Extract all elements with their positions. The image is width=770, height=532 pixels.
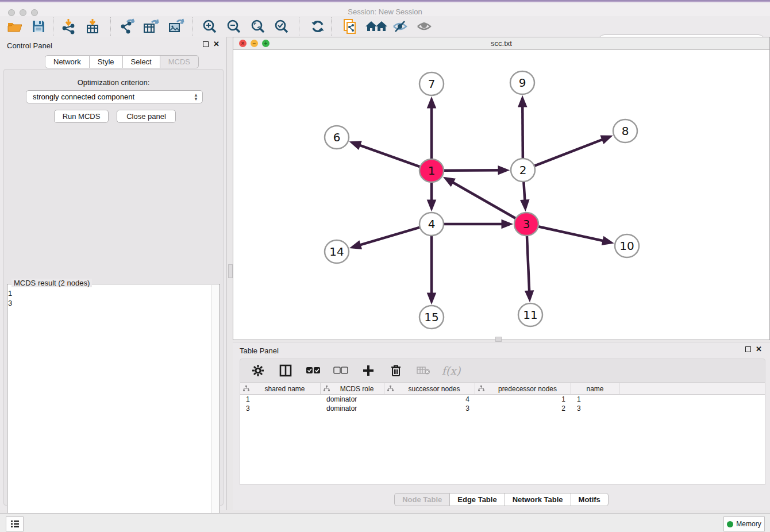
tab-edge-table[interactable]: Edge Table xyxy=(450,493,505,506)
column-view-icon[interactable] xyxy=(278,363,293,378)
table-cell[interactable]: dominator xyxy=(321,404,384,413)
home-icon[interactable] xyxy=(364,18,388,35)
hide-details-icon[interactable] xyxy=(391,18,410,35)
edge-1-2[interactable] xyxy=(444,170,506,171)
export-network-icon[interactable] xyxy=(117,18,137,35)
delete-icon[interactable] xyxy=(388,363,403,378)
svg-text:10: 10 xyxy=(619,239,634,253)
edge-3-1[interactable] xyxy=(446,179,515,218)
table-cell[interactable]: 1 xyxy=(475,395,571,403)
column-header-successor-nodes[interactable]: successor nodes xyxy=(384,383,475,394)
control-panel-controls: ✕ xyxy=(203,41,220,47)
svg-text:3: 3 xyxy=(523,217,530,231)
vertical-splitter-grip[interactable] xyxy=(228,264,233,278)
svg-text:8: 8 xyxy=(622,124,629,138)
svg-text:7: 7 xyxy=(428,77,436,91)
tab-mcds[interactable]: MCDS xyxy=(160,55,199,68)
table-cell[interactable]: 3 xyxy=(571,404,619,413)
edge-3-11[interactable] xyxy=(527,236,530,299)
network-canvas[interactable]: 7968124314101511 xyxy=(233,49,769,340)
delete-table-icon[interactable] xyxy=(416,363,431,378)
select-all-icon[interactable] xyxy=(306,363,321,378)
table-row[interactable]: 1dominator411 xyxy=(240,395,765,404)
criterion-select[interactable]: strongly connected component ▲▼ xyxy=(26,90,203,103)
open-session-icon[interactable] xyxy=(5,18,24,35)
criterion-value: strongly connected component xyxy=(26,92,191,101)
float-table-panel-icon[interactable] xyxy=(745,346,751,352)
edge-2-3[interactable] xyxy=(523,182,525,208)
table-row[interactable]: 3dominator323 xyxy=(240,404,765,413)
network-window-titlebar[interactable]: × − + scc.txt xyxy=(233,37,769,50)
result-scrollbar[interactable] xyxy=(211,285,219,532)
run-mcds-button[interactable]: Run MCDS xyxy=(54,110,109,123)
tab-motifs[interactable]: Motifs xyxy=(571,493,609,506)
column-header-MCDS-role[interactable]: MCDS role xyxy=(321,383,384,394)
edge-1-6[interactable] xyxy=(352,142,420,167)
column-header-predecessor-nodes[interactable]: predecessor nodes xyxy=(475,383,571,394)
table-panel: Table Panel ✕ xyxy=(233,342,770,510)
column-header-shared-name[interactable]: shared name xyxy=(240,383,321,394)
zoom-out-icon[interactable] xyxy=(224,18,244,35)
export-image-icon[interactable] xyxy=(167,18,186,35)
export-table-icon[interactable] xyxy=(141,18,161,35)
edge-2-8[interactable] xyxy=(534,137,610,166)
tab-network[interactable]: Network xyxy=(45,55,90,68)
graph-node-7[interactable]: 7 xyxy=(419,72,444,95)
table-toolbar: f(x) xyxy=(240,358,765,383)
graph-node-11[interactable]: 11 xyxy=(518,303,542,326)
horizontal-splitter-grip[interactable] xyxy=(495,337,502,342)
node-table[interactable]: shared nameMCDS rolesuccessor nodesprede… xyxy=(240,383,765,485)
table-body: 1dominator4113dominator323 xyxy=(240,395,765,413)
save-session-icon[interactable] xyxy=(29,18,48,35)
control-panel: Control Panel ✕ NetworkStyleSelectMCDS O… xyxy=(0,37,227,510)
graph-node-2[interactable]: 2 xyxy=(511,159,535,182)
task-history-button[interactable] xyxy=(6,516,24,531)
import-network-icon[interactable] xyxy=(59,18,78,35)
tab-style[interactable]: Style xyxy=(90,55,123,68)
edge-4-14[interactable] xyxy=(353,228,420,248)
graph-node-8[interactable]: 8 xyxy=(613,119,637,142)
import-table-icon[interactable] xyxy=(83,18,102,35)
refresh-icon[interactable] xyxy=(308,18,328,35)
tab-node-table[interactable]: Node Table xyxy=(394,493,450,506)
float-panel-icon[interactable] xyxy=(203,41,209,47)
zoom-fit-icon[interactable] xyxy=(248,18,268,35)
graph-node-1[interactable]: 1 xyxy=(419,159,444,182)
graph-node-3[interactable]: 3 xyxy=(514,213,538,236)
graph-node-4[interactable]: 4 xyxy=(419,213,444,236)
table-cell[interactable]: dominator xyxy=(321,395,384,403)
graph-node-6[interactable]: 6 xyxy=(325,126,349,149)
function-builder-icon[interactable]: f(x) xyxy=(444,363,459,378)
table-cell[interactable]: 1 xyxy=(571,395,619,403)
memory-status-icon xyxy=(727,521,733,527)
tab-select[interactable]: Select xyxy=(123,55,160,68)
table-cell[interactable]: 3 xyxy=(384,404,475,413)
duplicate-network-icon[interactable] xyxy=(340,18,360,35)
add-column-icon[interactable] xyxy=(361,363,376,378)
svg-text:6: 6 xyxy=(333,130,341,144)
close-table-panel-icon[interactable]: ✕ xyxy=(756,346,762,352)
table-cell[interactable]: 1 xyxy=(240,395,321,403)
memory-button[interactable]: Memory xyxy=(723,516,765,531)
close-panel-button[interactable]: Close panel xyxy=(117,110,176,123)
graph-node-15[interactable]: 15 xyxy=(419,306,444,329)
graph-node-14[interactable]: 14 xyxy=(325,240,349,263)
window-titlebar[interactable]: Session: New Session xyxy=(0,2,770,17)
graph-node-9[interactable]: 9 xyxy=(510,71,534,94)
zoom-in-icon[interactable] xyxy=(200,18,220,35)
zoom-selected-icon[interactable] xyxy=(272,18,291,35)
edge-3-10[interactable] xyxy=(538,226,611,242)
table-cell[interactable]: 2 xyxy=(475,404,571,413)
deselect-all-icon[interactable] xyxy=(333,363,348,378)
close-panel-icon[interactable]: ✕ xyxy=(213,41,220,47)
table-cell[interactable]: 3 xyxy=(240,404,321,413)
show-details-icon[interactable] xyxy=(415,18,434,35)
graph-node-10[interactable]: 10 xyxy=(615,234,639,257)
mcds-result-text[interactable]: 1 3 xyxy=(8,288,210,532)
settings-gear-icon[interactable] xyxy=(251,363,265,378)
tab-network-table[interactable]: Network Table xyxy=(505,493,571,506)
network-title: scc.txt xyxy=(233,39,769,48)
edge-2-9[interactable] xyxy=(522,99,523,159)
table-cell[interactable]: 4 xyxy=(384,395,475,403)
column-header-name[interactable]: name xyxy=(571,383,619,394)
